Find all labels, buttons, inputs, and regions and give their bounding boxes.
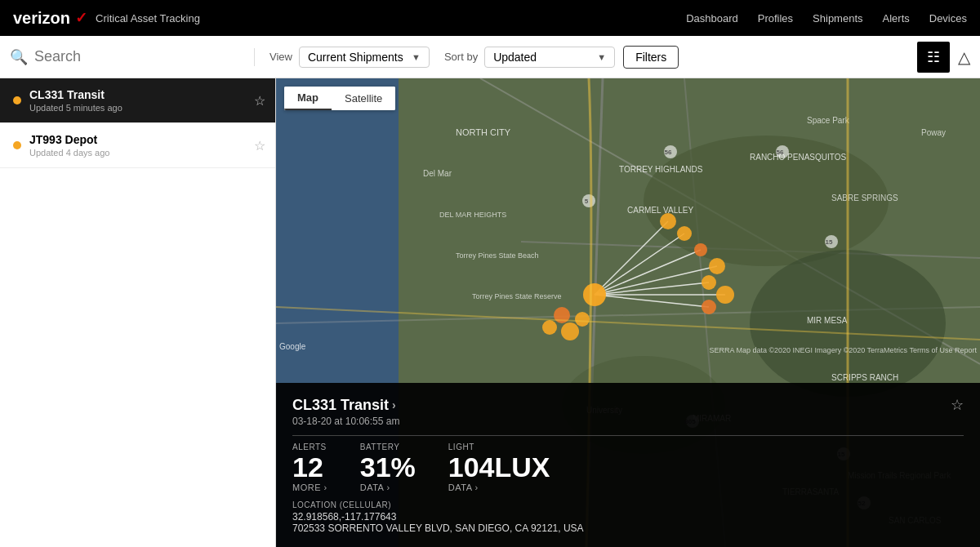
view-value: Current Shipments	[308, 51, 403, 64]
location-label: LOCATION (CELLULAR)	[292, 500, 964, 509]
info-card: CL331 Transit › ☆ 03-18-20 at 10:06:55 a…	[276, 383, 980, 547]
app-subtitle: Critical Asset Tracking	[96, 12, 200, 24]
view-label: View	[270, 51, 292, 63]
svg-text:15: 15	[826, 238, 833, 246]
nav-devices[interactable]: Devices	[929, 12, 967, 24]
info-card-title: CL331 Transit ›	[292, 397, 396, 414]
chevron-down-icon: ▼	[412, 52, 421, 62]
nav-profiles[interactable]: Profiles	[758, 12, 793, 24]
alerts-value: 12	[292, 453, 327, 481]
alert-button[interactable]: △	[958, 47, 970, 67]
nav-shipments[interactable]: Shipments	[813, 12, 862, 24]
svg-point-27	[702, 300, 716, 314]
alerts-link[interactable]: MORE ›	[292, 483, 327, 492]
sidebar: CL331 Transit Updated 5 minutes ago ☆ JT…	[0, 78, 276, 547]
status-dot	[13, 141, 21, 149]
map-tab-map[interactable]: Map	[284, 87, 332, 110]
logo-area: verizon ✓ Critical Asset Tracking	[13, 9, 200, 28]
svg-text:MIR MESA: MIR MESA	[807, 316, 848, 325]
alerts-label: ALERTS	[292, 442, 327, 451]
svg-text:Space Park: Space Park	[807, 116, 850, 125]
svg-text:NORTH CITY: NORTH CITY	[456, 127, 511, 137]
filters-button[interactable]: Filters	[623, 46, 679, 69]
svg-text:Torrey Pines State Reserve: Torrey Pines State Reserve	[472, 292, 562, 300]
svg-point-22	[677, 226, 692, 241]
svg-point-20	[583, 283, 606, 306]
light-link[interactable]: DATA ›	[448, 483, 550, 492]
nav-links: Dashboard Profiles Shipments Alerts Devi…	[686, 12, 967, 24]
sortby-value: Updated	[493, 51, 537, 64]
status-dot	[13, 96, 21, 105]
logo-checkmark: ✓	[75, 9, 87, 27]
battery-label: BATTERY	[360, 442, 416, 451]
light-value: 104LUX	[448, 453, 550, 481]
nav-dashboard[interactable]: Dashboard	[686, 12, 738, 24]
info-star-button[interactable]: ☆	[951, 396, 964, 414]
svg-text:DEL MAR HEIGHTS: DEL MAR HEIGHTS	[439, 211, 506, 219]
shipment-info: JT993 Depot Updated 4 days ago	[29, 133, 262, 158]
shipment-updated: Updated 4 days ago	[29, 148, 262, 158]
svg-text:SCRIPPS RANCH: SCRIPPS RANCH	[831, 373, 898, 382]
search-area: 🔍	[10, 48, 255, 66]
alerts-metric: ALERTS 12 MORE ›	[292, 442, 327, 492]
svg-point-21	[660, 213, 676, 229]
battery-link[interactable]: DATA ›	[360, 483, 416, 492]
svg-text:SABRE SPRINGS: SABRE SPRINGS	[831, 193, 898, 202]
toolbar: 🔍 View Current Shipments ▼ Sort by Updat…	[0, 36, 980, 78]
info-card-date: 03-18-20 at 10:06:55 am	[292, 416, 964, 427]
battery-metric: BATTERY 31% DATA ›	[360, 442, 416, 492]
light-metric: LIGHT 104LUX DATA ›	[448, 442, 550, 492]
map-view-button[interactable]: ☷	[917, 42, 950, 73]
svg-text:Del Mar: Del Mar	[423, 169, 452, 178]
info-metrics: ALERTS 12 MORE › BATTERY 31% DATA › LIGH…	[292, 442, 964, 492]
svg-text:Poway: Poway	[921, 128, 946, 137]
shipment-name: JT993 Depot	[29, 133, 262, 146]
star-button[interactable]: ☆	[254, 138, 265, 153]
star-button[interactable]: ☆	[254, 93, 265, 109]
svg-text:5: 5	[585, 198, 589, 205]
light-label: LIGHT	[448, 442, 550, 451]
shipment-info: CL331 Transit Updated 5 minutes ago	[29, 88, 262, 113]
svg-point-29	[542, 320, 557, 335]
svg-text:Torrey Pines State Beach: Torrey Pines State Beach	[456, 251, 539, 260]
location-coords: 32.918568,-117.177643	[292, 511, 964, 523]
svg-point-24	[709, 258, 725, 274]
svg-text:56: 56	[777, 149, 784, 156]
top-nav: verizon ✓ Critical Asset Tracking Dashbo…	[0, 0, 980, 36]
svg-point-31	[575, 312, 590, 327]
nav-alerts[interactable]: Alerts	[883, 12, 910, 24]
svg-point-25	[702, 275, 716, 290]
main-content: CL331 Transit Updated 5 minutes ago ☆ JT…	[0, 78, 980, 547]
chevron-down-icon: ▼	[597, 52, 606, 62]
battery-value: 31%	[360, 453, 416, 481]
sortby-section: Sort by Updated ▼	[444, 47, 615, 68]
warning-icon: △	[958, 48, 970, 66]
google-watermark: Google	[279, 342, 305, 351]
list-item[interactable]: CL331 Transit Updated 5 minutes ago ☆	[0, 78, 275, 123]
list-item[interactable]: JT993 Depot Updated 4 days ago ☆	[0, 123, 275, 168]
svg-text:TORREY HIGHLANDS: TORREY HIGHLANDS	[619, 165, 703, 174]
svg-text:RANCHO PENASQUITOS: RANCHO PENASQUITOS	[750, 153, 846, 162]
map-tab-satellite[interactable]: Satellite	[332, 87, 395, 110]
sortby-dropdown[interactable]: Updated ▼	[484, 47, 615, 68]
map-area: NORTH CITY Del Mar DEL MAR HEIGHTS Torre…	[276, 78, 980, 547]
map-attribution: SERRA Map data ©2020 INEGI Imagery ©2020…	[709, 346, 977, 354]
location-address: 702533 SORRENTO VALLEY BLVD, SAN DIEGO, …	[292, 523, 964, 534]
logo-text: verizon	[13, 9, 70, 28]
shipment-name: CL331 Transit	[29, 88, 262, 101]
view-section: View Current Shipments ▼	[270, 47, 430, 68]
map-icon: ☷	[927, 49, 940, 65]
view-dropdown[interactable]: Current Shipments ▼	[299, 47, 430, 68]
map-tabs: Map Satellite	[284, 87, 395, 110]
svg-point-26	[716, 286, 734, 304]
svg-text:CARMEL VALLEY: CARMEL VALLEY	[627, 206, 693, 215]
shipment-updated: Updated 5 minutes ago	[29, 103, 262, 113]
search-input[interactable]	[34, 48, 230, 65]
navigate-arrow-icon[interactable]: ›	[392, 398, 396, 411]
svg-point-30	[561, 322, 579, 340]
info-card-name: CL331 Transit	[292, 397, 389, 414]
sortby-label: Sort by	[444, 51, 478, 63]
svg-text:56: 56	[665, 149, 672, 156]
search-icon: 🔍	[10, 48, 28, 66]
svg-point-23	[694, 243, 707, 256]
